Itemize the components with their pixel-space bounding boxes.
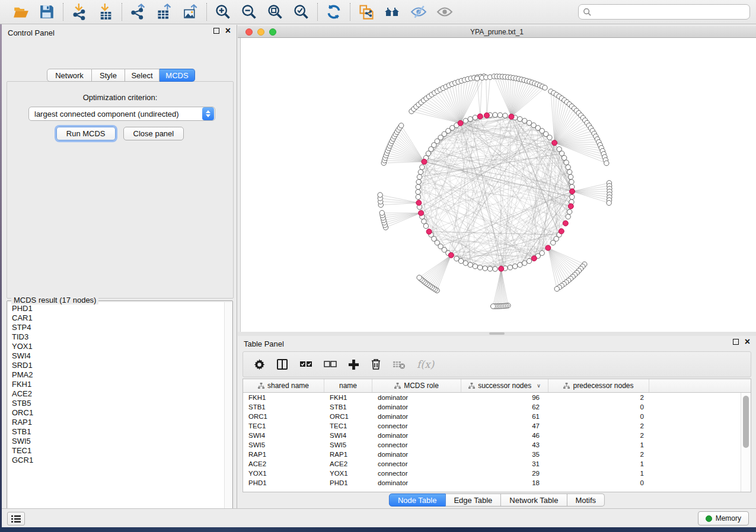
- zoom-out-icon[interactable]: [241, 4, 257, 20]
- delete-column-icon[interactable]: [371, 358, 381, 370]
- result-item[interactable]: STP4: [12, 323, 232, 332]
- result-item[interactable]: YOX1: [12, 342, 232, 351]
- result-item[interactable]: TEC1: [12, 446, 232, 456]
- table-row[interactable]: SWI5SWI5connector431: [243, 440, 741, 450]
- task-history-button[interactable]: [7, 512, 25, 525]
- table-cell: 62: [461, 403, 548, 411]
- result-item[interactable]: PMA2: [12, 370, 232, 380]
- close-panel-button[interactable]: Close panel: [123, 127, 184, 140]
- close-panel-icon[interactable]: ×: [225, 28, 231, 34]
- table-cell: dominator: [372, 432, 461, 439]
- tab-node-table[interactable]: Node Table: [389, 493, 446, 507]
- column-header-mcds-role[interactable]: MCDS role: [372, 379, 461, 392]
- network-graph[interactable]: [241, 38, 756, 332]
- control-panel-tabs: Network Style Select MCDS: [47, 69, 195, 82]
- result-item[interactable]: GCR1: [12, 456, 232, 465]
- export-network-icon[interactable]: [130, 4, 146, 20]
- gear-icon[interactable]: [254, 359, 265, 370]
- memory-button[interactable]: Memory: [698, 511, 749, 525]
- result-item[interactable]: SWI4: [12, 351, 232, 361]
- result-item[interactable]: SWI5: [12, 437, 232, 446]
- result-item[interactable]: STB1: [12, 427, 232, 437]
- result-item[interactable]: STB5: [12, 399, 232, 408]
- result-item[interactable]: TID3: [12, 332, 232, 342]
- zoom-selected-icon[interactable]: [293, 4, 310, 20]
- columns-icon[interactable]: [276, 358, 288, 370]
- table-row[interactable]: YOX1YOX1connector291: [243, 469, 741, 478]
- refresh-icon[interactable]: [326, 4, 342, 20]
- export-table-icon[interactable]: [156, 4, 173, 20]
- optimization-criterion-label: Optimization criterion:: [7, 93, 233, 102]
- network-titlebar[interactable]: YPA_prune.txt_1: [238, 26, 756, 38]
- function-builder-icon[interactable]: f(x): [417, 358, 434, 370]
- optimization-criterion-select[interactable]: largest connected component (undirected): [28, 107, 215, 121]
- column-header-name[interactable]: name: [324, 379, 372, 392]
- save-session-icon[interactable]: [39, 4, 55, 20]
- clone-network-icon[interactable]: [358, 4, 375, 20]
- result-item[interactable]: FKH1: [12, 380, 232, 389]
- delete-table-icon[interactable]: [393, 360, 406, 369]
- zoom-in-icon[interactable]: [215, 4, 231, 20]
- table-row[interactable]: TEC1TEC1connector472: [243, 421, 741, 431]
- table-cell: SWI4: [243, 432, 324, 439]
- result-item[interactable]: ORC1: [12, 408, 232, 418]
- close-table-panel-icon[interactable]: ×: [745, 339, 750, 345]
- result-item[interactable]: RAP1: [12, 418, 232, 427]
- table-row[interactable]: PHD1PHD1dominator180: [243, 478, 741, 488]
- open-session-icon[interactable]: [12, 4, 29, 20]
- table-scrollbar[interactable]: [741, 393, 751, 492]
- tab-mcds[interactable]: MCDS: [160, 69, 195, 82]
- attribute-icon: [258, 383, 264, 389]
- node-table-body[interactable]: FKH1FKH1dominator962STB1STB1dominator620…: [243, 393, 741, 492]
- result-item[interactable]: CAR1: [12, 313, 232, 323]
- first-neighbors-icon[interactable]: [384, 4, 401, 20]
- scrollbar-thumb[interactable]: [743, 396, 749, 448]
- tab-network[interactable]: Network: [47, 69, 92, 82]
- network-canvas[interactable]: [240, 38, 756, 332]
- export-image-icon[interactable]: [182, 4, 199, 20]
- result-item[interactable]: SRD1: [12, 361, 232, 370]
- result-item[interactable]: PHD1: [12, 304, 232, 313]
- table-cell: 1: [548, 470, 649, 477]
- node-table[interactable]: shared name name MCDS role successor nod…: [243, 379, 751, 492]
- table-tabs: Node Table Edge Table Network Table Moti…: [389, 493, 605, 507]
- table-cell: 0: [548, 403, 649, 411]
- deselect-all-icon[interactable]: [324, 360, 337, 368]
- import-table-icon[interactable]: [97, 4, 114, 20]
- mcds-result-list[interactable]: PHD1CAR1STP4TID3YOX1SWI4SRD1PMA2FKH1ACE2…: [8, 302, 232, 520]
- table-cell: RAP1: [324, 451, 372, 458]
- table-row[interactable]: ORC1ORC1dominator610: [243, 412, 741, 421]
- show-panel-icon[interactable]: [436, 4, 453, 20]
- run-mcds-button[interactable]: Run MCDS: [56, 127, 116, 140]
- result-scrollbar[interactable]: [224, 302, 232, 520]
- tab-edge-table[interactable]: Edge Table: [445, 493, 501, 507]
- result-item[interactable]: ACE2: [12, 389, 232, 399]
- table-row[interactable]: SWI4SWI4dominator462: [243, 431, 741, 440]
- table-cell: connector: [372, 470, 461, 477]
- table-row[interactable]: FKH1FKH1dominator962: [243, 393, 741, 402]
- search-input[interactable]: [595, 6, 749, 18]
- select-all-icon[interactable]: [299, 360, 312, 368]
- column-header-predecessor-nodes[interactable]: predecessor nodes: [548, 379, 649, 392]
- tab-style[interactable]: Style: [92, 69, 125, 82]
- search-box[interactable]: [578, 4, 750, 20]
- tab-network-table[interactable]: Network Table: [501, 493, 567, 507]
- table-cell: 61: [461, 413, 548, 420]
- import-network-icon[interactable]: [71, 4, 88, 20]
- zoom-fit-icon[interactable]: [267, 4, 283, 20]
- add-column-icon[interactable]: [348, 359, 359, 370]
- table-row[interactable]: RAP1RAP1dominator352: [243, 450, 741, 459]
- table-row[interactable]: STB1STB1dominator620: [243, 402, 741, 412]
- float-table-panel-icon[interactable]: [733, 339, 739, 345]
- table-cell: TEC1: [243, 422, 324, 430]
- table-row[interactable]: ACE2ACE2connector311: [243, 459, 741, 469]
- float-panel-icon[interactable]: [213, 28, 219, 34]
- horizontal-splitter[interactable]: [238, 332, 756, 336]
- control-panel: Control Panel × Network Style Select MCD…: [2, 25, 237, 508]
- tab-select[interactable]: Select: [125, 69, 160, 82]
- hide-panel-icon[interactable]: [410, 4, 427, 20]
- tab-motifs[interactable]: Motifs: [567, 493, 605, 507]
- column-header-shared-name[interactable]: shared name: [243, 379, 324, 392]
- splitter-handle-icon[interactable]: [489, 332, 505, 335]
- column-header-successor-nodes[interactable]: successor nodes ∨: [461, 379, 548, 392]
